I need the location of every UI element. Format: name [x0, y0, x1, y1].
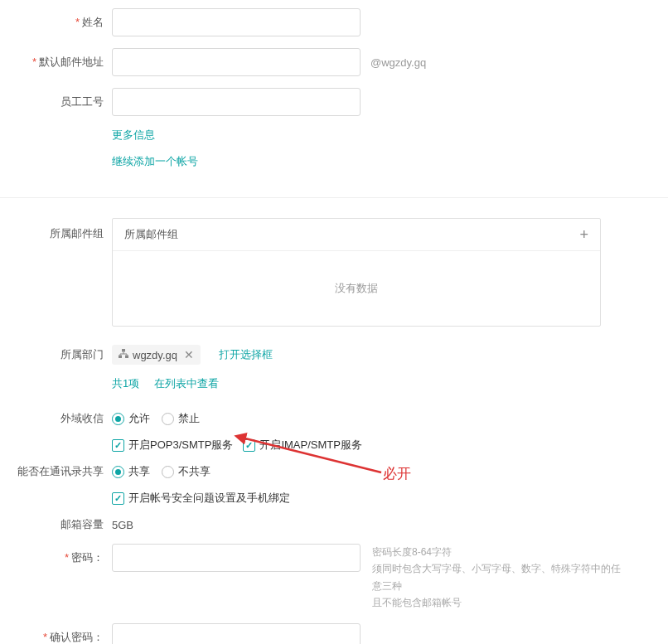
mailbox-cap-value: 5GB [112, 519, 133, 531]
view-in-list-link[interactable]: 在列表中查看 [154, 376, 219, 391]
not-share-radio[interactable]: 不共享 [162, 464, 211, 479]
emp-id-label: 员工工号 [0, 94, 112, 109]
section-divider [0, 197, 668, 198]
imap-smtp-label: 开启IMAP/SMTP服务 [259, 438, 362, 453]
allow-radio[interactable]: 允许 [112, 411, 150, 426]
name-input[interactable] [112, 8, 361, 36]
email-suffix: @wgzdy.gq [370, 56, 426, 69]
external-recv-label: 外域收信 [0, 411, 112, 426]
pop3-smtp-label: 开启POP3/SMTP服务 [128, 438, 233, 453]
not-share-radio-label: 不共享 [178, 464, 211, 479]
name-label: *姓名 [0, 15, 112, 30]
mailbox-cap-label: 邮箱容量 [0, 517, 112, 532]
mail-group-label: 所属邮件组 [0, 218, 112, 241]
imap-smtp-checkbox[interactable]: ✓ 开启IMAP/SMTP服务 [243, 438, 362, 453]
email-label: *默认邮件地址 [0, 55, 112, 70]
password-input[interactable] [112, 544, 361, 572]
open-selector-link[interactable]: 打开选择框 [219, 347, 273, 362]
mail-group-box: 所属邮件组 + 没有数据 [112, 218, 601, 327]
allow-radio-label: 允许 [128, 411, 150, 426]
dept-tag-close[interactable]: ✕ [184, 348, 194, 361]
svg-rect-1 [119, 355, 122, 358]
share-radio-label: 共享 [128, 464, 150, 479]
svg-rect-0 [122, 349, 125, 352]
forbid-radio[interactable]: 禁止 [162, 411, 200, 426]
mail-group-header-text: 所属邮件组 [124, 227, 178, 242]
svg-rect-2 [125, 355, 128, 358]
dept-tag: wgzdy.gq ✕ [112, 345, 201, 365]
contacts-share-label: 能否在通讯录共享 [0, 464, 112, 479]
dept-label: 所属部门 [0, 347, 112, 362]
forbid-radio-label: 禁止 [178, 411, 200, 426]
password-hint: 密码长度8-64字符 须同时包含大写字母、小写字母、数字、特殊字符中的任意三种 … [372, 544, 629, 612]
dept-count-link[interactable]: 共1项 [112, 376, 139, 391]
dept-tag-text: wgzdy.gq [133, 349, 177, 361]
confirm-password-input[interactable] [112, 623, 361, 644]
password-label: *密码： [0, 544, 112, 565]
email-input[interactable] [112, 48, 361, 76]
continue-add-link[interactable]: 继续添加一个帐号 [112, 154, 198, 169]
confirm-password-label: *确认密码： [0, 630, 112, 644]
org-icon [119, 349, 128, 361]
share-radio[interactable]: 共享 [112, 464, 150, 479]
emp-id-input[interactable] [112, 88, 361, 116]
more-info-link[interactable]: 更多信息 [112, 128, 155, 143]
add-mail-group-button[interactable]: + [579, 227, 588, 242]
pop3-smtp-checkbox[interactable]: ✓ 开启POP3/SMTP服务 [112, 438, 233, 453]
mail-group-empty-text: 没有数据 [113, 251, 600, 326]
security-bind-checkbox[interactable]: ✓ 开启帐号安全问题设置及手机绑定 [112, 491, 290, 506]
security-bind-label: 开启帐号安全问题设置及手机绑定 [128, 491, 290, 506]
